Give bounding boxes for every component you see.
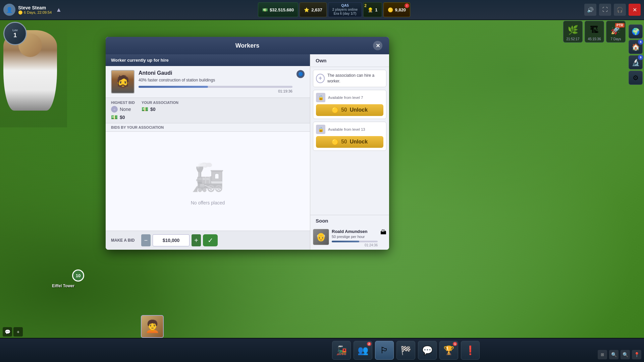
your-association-label: YOUR ASSOCIATION <box>142 101 178 105</box>
plus-icon: + <box>194 237 198 244</box>
unlock-coin-1: 🟡 <box>332 107 338 113</box>
gold-icon: 🟡 <box>388 7 393 12</box>
gold-stat[interactable]: 🟡 9,820 ! <box>383 2 411 17</box>
workers-stat[interactable]: 👷 2 1 <box>363 2 382 17</box>
money-icon-assoc: 💵 <box>142 106 148 112</box>
fullscreen-icon[interactable]: ⛶ <box>599 4 611 16</box>
gear-icon: ⚙ <box>633 74 639 82</box>
worker-timer-bar <box>139 86 292 88</box>
taskbar-workers-btn[interactable]: 👥 2 <box>354 341 372 360</box>
lev-label: Lev <box>12 28 18 32</box>
research-icon: 🔬 <box>632 58 640 66</box>
bid-minus-button[interactable]: − <box>141 234 151 246</box>
soon-timer-bar <box>332 241 378 242</box>
soon-timer-fill <box>332 241 359 242</box>
unlock-button-1[interactable]: 🟡 50 Unlock <box>316 104 383 116</box>
soon-worker-name: Roald Amundsen <box>332 229 378 234</box>
money-stat[interactable]: 💵 $32.515.680 <box>258 2 298 17</box>
player-portrait-taskbar[interactable]: 🧑‍🦱 <box>141 315 164 338</box>
chat-bubble-icon[interactable]: 💬 <box>3 327 12 337</box>
taskbar-train-btn[interactable]: 🚂 <box>332 341 351 360</box>
qa-title: QA5 <box>341 3 349 7</box>
lock-icon-1: 🔒 <box>316 93 325 102</box>
taskbar-buttons: 🚂 👥 2 🏳 🏁 💬 🏆 1 ❗ <box>332 341 480 360</box>
player-info: Steve Steam 🟡 6 Days, 22:09:54 <box>18 5 52 15</box>
right-sidebar: 🌍 🏠 8 🔬 9 ⚙ <box>627 22 644 87</box>
city-badge: 8 <box>638 39 643 45</box>
sidebar-map-icon[interactable]: 🌍 <box>629 24 643 39</box>
session3-time: 7 Days <box>610 37 621 41</box>
unlock-label-1: Unlock <box>350 107 368 113</box>
gold-notification: ! <box>405 3 409 8</box>
session1-time: 21:52:17 <box>567 37 580 41</box>
session2-box[interactable]: 🏗 45:15:36 <box>585 21 604 43</box>
session2-time: 45:15:36 <box>588 37 601 41</box>
location-icon[interactable]: 📍 <box>632 350 641 359</box>
prestige-stat[interactable]: ⭐ 2,637 <box>300 2 327 17</box>
own-header: Own <box>310 54 389 67</box>
close-button[interactable]: ✕ <box>373 41 382 50</box>
assoc-hire-row: + The association can hire a worker. <box>313 70 386 87</box>
bid-none-icon: ○ <box>111 106 118 113</box>
bid-money-row: 💵 $0 <box>111 114 135 120</box>
worker-timer-fill <box>139 86 208 88</box>
bid-plus-button[interactable]: + <box>192 234 201 246</box>
finish-icon: 🏁 <box>400 345 411 356</box>
taskbar-chat-btn[interactable]: 💬 <box>418 341 437 360</box>
taskbar-finish-btn[interactable]: 🏁 <box>396 341 415 360</box>
ptr-badge: PTR <box>615 22 625 28</box>
sidebar-settings-icon[interactable]: ⚙ <box>629 71 643 85</box>
unlock-cost-1: 50 <box>341 107 347 113</box>
soon-worker-details: Roald Amundsen 50 prestige per hour 01:2… <box>332 229 378 247</box>
trophy-icon: 🏆 <box>443 345 454 356</box>
lock-slot-1: 🔒 Available from level 7 🟡 50 Unlock <box>313 90 386 119</box>
taskbar-flag-btn[interactable]: 🏳 <box>375 341 394 360</box>
player-status: 🟡 6 Days, 22:09:54 <box>18 10 52 15</box>
taskbar-alert-btn[interactable]: ❗ <box>461 341 480 360</box>
dialog-body: Worker currently up for hire 🧔 Antoni Ga… <box>106 54 389 250</box>
train-icon: 🚂 <box>336 345 347 356</box>
taskbar-right-controls: ⊞ 🔍 🔍 📍 <box>598 350 641 359</box>
sound-icon[interactable]: 🔊 <box>584 4 596 16</box>
minus-icon: − <box>144 237 148 244</box>
worker-info-row: 🧔 Antoni Gaudi 40% faster construction o… <box>106 66 310 98</box>
assoc-money-value: $0 <box>150 107 156 112</box>
top-bar-center: 💵 $32.515.680 ⭐ 2,637 QA5 2 players onli… <box>87 2 581 17</box>
unlock-cost-2: 50 <box>341 139 347 145</box>
sidebar-city-icon[interactable]: 🏠 8 <box>629 40 643 54</box>
trophy-btn-badge: 1 <box>453 342 457 346</box>
chevron-up-icon[interactable]: ▲ <box>56 6 62 13</box>
assoc-money-row: 💵 $0 <box>142 106 178 112</box>
bid-confirm-button[interactable]: ✓ <box>203 234 218 246</box>
player-avatar: 👤 <box>3 4 15 16</box>
dialog-title: Workers <box>122 42 373 49</box>
dialog-header: Workers ✕ <box>106 37 389 54</box>
bid-amount-input[interactable]: $10,000 <box>153 234 190 246</box>
close-app-icon[interactable]: ✕ <box>629 4 641 16</box>
zoom-out-icon[interactable]: 🔍 <box>609 350 619 359</box>
available-level-1: Available from level 7 <box>328 96 363 100</box>
taskbar-trophy-btn[interactable]: 🏆 1 <box>439 341 458 360</box>
gold-value: 9,820 <box>395 7 406 12</box>
soon-worker-icon: 🏔 <box>380 229 386 236</box>
grid-icon[interactable]: ⊞ <box>598 350 607 359</box>
session3-box[interactable]: 🚀 7 Days PTR <box>606 21 626 43</box>
zoom-in-icon[interactable]: 🔍 <box>621 350 630 359</box>
sidebar-research-icon[interactable]: 🔬 9 <box>629 55 643 69</box>
unlock-coin-2: 🟡 <box>332 139 338 145</box>
top-nav-area: 🌿 21:52:17 🏗 45:15:36 🚀 7 Days PTR <box>563 21 626 43</box>
qa-stat[interactable]: QA5 2 players online Era 6 (day 1/7) <box>328 2 362 17</box>
worker-face: 🧔 <box>112 71 134 93</box>
top-bar-right: 🔊 ⛶ 🎧 ✕ <box>581 4 644 16</box>
lock-header-2: 🔒 Available from level 13 <box>316 125 383 134</box>
eiffel-tower-label: Eiffel Tower <box>52 284 74 288</box>
bid-money-value: $0 <box>120 115 125 120</box>
session1-box[interactable]: 🌿 21:52:17 <box>563 21 583 43</box>
chat-plus-icon[interactable]: + <box>13 327 23 337</box>
right-panel: Own + The association can hire a worker.… <box>310 54 389 250</box>
unlock-button-2[interactable]: 🟡 50 Unlock <box>316 136 383 148</box>
headset-icon[interactable]: 🎧 <box>614 4 626 16</box>
lock-header-1: 🔒 Available from level 7 <box>316 93 383 102</box>
own-scroll-area[interactable]: + The association can hire a worker. 🔒 A… <box>310 67 389 215</box>
workers-icon: 👷 <box>368 7 373 12</box>
